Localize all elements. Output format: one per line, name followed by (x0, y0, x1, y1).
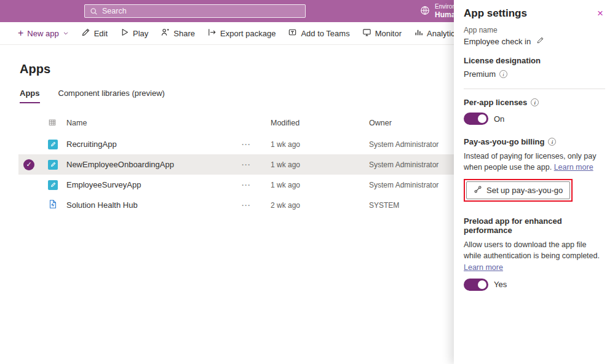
per-app-licenses-toggle[interactable] (464, 113, 488, 125)
close-icon[interactable]: × (595, 7, 605, 19)
more-options-icon[interactable]: ⋯ (241, 139, 271, 150)
license-designation-value-row: Premium i (464, 69, 605, 79)
edit-label: Edit (94, 29, 108, 38)
license-designation-label: License designation (464, 56, 605, 65)
setup-payg-button[interactable]: Set up pay-as-you-go (466, 181, 570, 199)
tab-apps[interactable]: Apps (20, 89, 40, 103)
preload-description-text: Allow users to download the app file whi… (464, 240, 600, 260)
play-label: Play (133, 29, 148, 38)
add-to-teams-label: Add to Teams (301, 29, 349, 38)
pencil-icon (81, 28, 90, 39)
export-package-label: Export package (220, 29, 276, 38)
share-person-icon (161, 28, 170, 39)
tab-component-libraries[interactable]: Component libraries (preview) (58, 89, 165, 103)
environment-label: Environ (435, 3, 456, 10)
payg-learn-more-link[interactable]: Learn more (554, 163, 593, 172)
analytics-bars-icon (414, 28, 423, 39)
monitor-button[interactable]: Monitor (357, 24, 407, 42)
app-modified: 1 wk ago (271, 160, 369, 169)
more-options-icon[interactable]: ⋯ (241, 200, 271, 211)
toggle-knob (478, 280, 486, 289)
preload-state: Yes (494, 280, 507, 289)
document-health-icon (48, 199, 66, 211)
per-app-licenses-toggle-row: On (464, 113, 605, 125)
preload-toggle-row: Yes (464, 279, 605, 291)
canvas-app-icon (48, 160, 58, 170)
preload-label: Preload app for enhanced performance (464, 216, 605, 235)
search-box[interactable] (84, 4, 306, 18)
per-app-licenses-state: On (494, 114, 504, 124)
highlight-callout-box: Set up pay-as-you-go (464, 179, 573, 202)
monitor-icon (362, 28, 371, 39)
setup-payg-label: Set up pay-as-you-go (486, 186, 563, 195)
column-header-name[interactable]: Name (66, 119, 241, 127)
teams-icon (288, 28, 297, 39)
environment-text: Environ Huma (435, 3, 456, 19)
toggle-knob (478, 114, 486, 123)
environment-name: Huma (435, 10, 456, 19)
plus-icon: + (18, 28, 23, 38)
license-designation-value: Premium (464, 69, 496, 79)
edit-button[interactable]: Edit (76, 24, 113, 42)
preload-text: Preload app for enhanced performance (464, 216, 605, 235)
app-name: RecruitingApp (66, 140, 241, 149)
canvas-app-icon (48, 140, 58, 149)
panel-divider (464, 89, 605, 89)
new-app-button[interactable]: + New app (12, 24, 74, 42)
app-name-row: Employee check in (464, 36, 605, 46)
edit-pencil-icon[interactable] (536, 36, 544, 46)
per-app-licenses-label: Per-app licenses i (464, 98, 605, 107)
payg-description: Instead of paying for licenses, only pay… (464, 151, 605, 173)
more-options-icon[interactable]: ⋯ (241, 159, 271, 170)
pay-as-you-go-icon (474, 185, 482, 196)
monitor-label: Monitor (375, 29, 402, 38)
app-name: EmployeeSurveyApp (66, 180, 241, 189)
app-name: NewEmployeeOnboardingApp (66, 160, 241, 169)
preload-learn-more-link[interactable]: Learn more (464, 263, 503, 272)
selected-check-icon[interactable]: ✓ (23, 159, 34, 170)
table-grid-icon (48, 118, 66, 129)
app-modified: 2 wk ago (271, 201, 369, 210)
preload-description: Allow users to download the app file whi… (464, 239, 605, 272)
app-name-label: App name (464, 26, 605, 34)
add-to-teams-button[interactable]: Add to Teams (282, 24, 355, 42)
per-app-licenses-text: Per-app licenses (464, 98, 527, 107)
payg-billing-label: Pay-as-you-go billing i (464, 137, 605, 146)
preload-toggle[interactable] (464, 279, 488, 291)
search-input[interactable] (102, 7, 300, 15)
environment-icon (419, 5, 430, 18)
license-designation-text: License designation (464, 56, 541, 65)
share-button[interactable]: Share (155, 24, 200, 42)
panel-header: App settings × (464, 7, 605, 20)
search-icon (90, 7, 98, 15)
app-name-value: Employee check in (464, 37, 531, 46)
share-label: Share (173, 29, 195, 38)
play-button[interactable]: Play (114, 24, 154, 42)
app-modified: 1 wk ago (271, 140, 369, 149)
export-package-button[interactable]: Export package (202, 24, 281, 42)
more-options-icon[interactable]: ⋯ (241, 180, 271, 191)
info-icon[interactable]: i (531, 98, 539, 106)
canvas-app-icon (48, 180, 58, 190)
app-settings-panel: App settings × App name Employee check i… (454, 0, 615, 364)
column-header-modified[interactable]: Modified (271, 119, 369, 127)
app-modified: 1 wk ago (271, 181, 369, 189)
export-arrow-icon (207, 28, 216, 39)
info-icon[interactable]: i (548, 138, 556, 146)
new-app-label: New app (27, 29, 58, 38)
app-name: Solution Health Hub (66, 200, 241, 210)
info-icon[interactable]: i (499, 70, 507, 78)
panel-title: App settings (464, 7, 527, 20)
chevron-down-icon (63, 29, 69, 38)
play-icon (120, 28, 129, 39)
payg-billing-text: Pay-as-you-go billing (464, 137, 544, 146)
